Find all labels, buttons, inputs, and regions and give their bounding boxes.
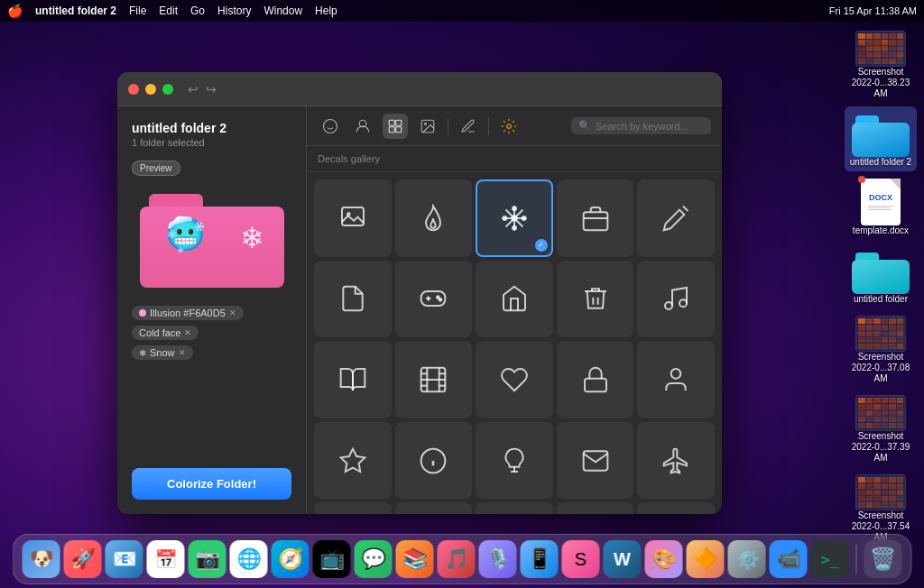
dock-safari[interactable]: 🧭 xyxy=(272,540,310,578)
icon-document[interactable] xyxy=(314,261,392,338)
fullscreen-button[interactable] xyxy=(162,84,173,95)
folder-info: untitled folder 2 1 folder selected xyxy=(132,121,291,148)
desktop-icon-screenshot2[interactable]: Screenshot2022-0...37.08 AM xyxy=(845,312,917,388)
toolbar-decals-tab[interactable] xyxy=(383,114,408,139)
tag-illusion-pill[interactable]: Illusion #F6A0D5 ✕ xyxy=(132,306,244,320)
icon-pencil[interactable] xyxy=(637,179,715,257)
desktop-icon-screenshot1[interactable]: Screenshot2022-0...38.23 AM xyxy=(845,27,917,103)
desktop-icon-untitled-folder[interactable]: untitled folder xyxy=(845,243,917,308)
minimize-button[interactable] xyxy=(145,84,156,95)
icon-book[interactable] xyxy=(314,341,392,418)
titlebar-nav: ↩ ↪ xyxy=(188,82,217,96)
search-box: 🔍 xyxy=(571,117,711,134)
system-prefs-icon: ⚙️ xyxy=(735,547,759,571)
tag-cold-face-remove[interactable]: ✕ xyxy=(184,328,191,337)
icon-play-pause[interactable] xyxy=(314,502,392,514)
icon-fire[interactable] xyxy=(395,179,473,257)
desktop-icon-template-docx[interactable]: DOCX template.docx xyxy=(845,175,917,240)
untitled-folder-2-label: untitled folder 2 xyxy=(850,157,911,168)
dock-setapp[interactable]: S xyxy=(562,540,600,578)
icon-info[interactable] xyxy=(395,422,473,500)
svg-point-31 xyxy=(679,300,687,308)
dock-calendar[interactable]: 📅 xyxy=(147,540,185,578)
icon-briefcase[interactable] xyxy=(557,179,634,257)
icon-smiley[interactable] xyxy=(395,502,473,514)
close-button[interactable] xyxy=(128,84,139,95)
dock-chrome[interactable]: 🌐 xyxy=(230,540,268,578)
back-button[interactable]: ↩ xyxy=(188,82,199,96)
dock-zoom[interactable]: 📹 xyxy=(770,540,808,578)
dock-facetime[interactable]: 📷 xyxy=(189,540,226,578)
dock-terminal[interactable]: >_ xyxy=(811,540,849,578)
icon-airplane[interactable] xyxy=(637,422,715,500)
tag-snow: ❄ Snow ✕ xyxy=(132,345,291,360)
dock-vlc[interactable]: 🔶 xyxy=(687,540,725,578)
toolbar-pencil-tab[interactable] xyxy=(456,114,481,139)
apple-menu[interactable]: 🍎 xyxy=(7,4,23,18)
icon-person[interactable] xyxy=(637,341,715,418)
toolbar-settings-tab[interactable] xyxy=(496,114,522,139)
books-icon: 📚 xyxy=(402,547,427,571)
icon-music-note[interactable] xyxy=(637,261,715,338)
menu-help[interactable]: Help xyxy=(315,5,337,17)
dock-launchpad[interactable]: 🚀 xyxy=(64,540,102,578)
toolbar-faces-tab[interactable] xyxy=(350,114,375,139)
toolbar-emoji-tab[interactable] xyxy=(318,114,343,139)
dock-separator xyxy=(856,545,857,574)
tag-cold-face-pill[interactable]: Cold face ✕ xyxy=(132,326,199,340)
icon-trash[interactable] xyxy=(557,261,634,338)
desktop-icon-screenshot3[interactable]: Screenshot2022-0...37.39 AM xyxy=(845,391,917,467)
tag-illusion-remove[interactable]: ✕ xyxy=(229,308,236,317)
forward-button[interactable]: ↪ xyxy=(206,82,217,96)
icon-star[interactable] xyxy=(314,422,392,500)
launchpad-icon: 🚀 xyxy=(70,547,95,571)
dock-messages[interactable]: 💬 xyxy=(355,540,393,578)
tag-snow-remove[interactable]: ✕ xyxy=(179,348,186,357)
dock-trash[interactable]: 🗑️ xyxy=(864,540,902,578)
dock-folder-colorizer[interactable]: 🎨 xyxy=(645,540,683,578)
icon-house[interactable] xyxy=(476,261,553,338)
icon-snowflake[interactable]: ✓ xyxy=(476,179,553,257)
app-window: ↩ ↪ untitled folder 2 1 folder selected … xyxy=(117,72,722,514)
menu-history[interactable]: History xyxy=(217,5,251,17)
dock-mail[interactable]: 📧 xyxy=(106,540,143,578)
icon-landscape[interactable] xyxy=(314,179,392,257)
tag-snow-pill[interactable]: ❄ Snow ✕ xyxy=(132,345,193,360)
dock-system-prefs[interactable]: ⚙️ xyxy=(728,540,766,578)
docx-red-dot xyxy=(858,176,865,183)
icon-bug[interactable] xyxy=(557,502,634,514)
icon-lightbulb[interactable] xyxy=(476,422,553,500)
music-icon: 🎵 xyxy=(444,547,468,571)
zoom-icon: 📹 xyxy=(776,547,800,571)
dock-music[interactable]: 🎵 xyxy=(438,540,476,578)
tag-cold-face-label: Cold face xyxy=(139,327,180,338)
desktop-icon-untitled-folder-2[interactable]: untitled folder 2 xyxy=(845,106,917,171)
menu-edit[interactable]: Edit xyxy=(159,5,178,17)
colorize-button[interactable]: Colorize Folder! xyxy=(132,468,291,500)
icon-text-arc[interactable]: A3B xyxy=(476,502,553,514)
menu-file[interactable]: File xyxy=(129,5,146,17)
menu-go[interactable]: Go xyxy=(190,5,205,17)
search-input[interactable] xyxy=(596,121,704,132)
appstore-icon: 📱 xyxy=(527,547,551,571)
icon-gamepad[interactable] xyxy=(395,261,473,338)
dock-podcasts[interactable]: 🎙️ xyxy=(479,540,517,578)
icon-car[interactable] xyxy=(637,502,715,514)
podcasts-icon: 🎙️ xyxy=(485,547,510,571)
dock-appletv[interactable]: 📺 xyxy=(313,540,351,578)
dock-appstore[interactable]: 📱 xyxy=(521,540,559,578)
icon-film[interactable] xyxy=(395,341,473,418)
screenshot1-thumb xyxy=(855,31,906,67)
dock-finder[interactable]: 🐶 xyxy=(23,540,60,578)
menubar: 🍎 untitled folder 2 File Edit Go History… xyxy=(0,0,924,22)
icon-heart[interactable] xyxy=(476,341,553,418)
tag-cold-face: Cold face ✕ xyxy=(132,326,291,340)
svg-rect-11 xyxy=(342,207,364,225)
icon-envelope[interactable] xyxy=(557,422,634,500)
toolbar-photos-tab[interactable] xyxy=(415,114,440,139)
icon-lock[interactable] xyxy=(557,341,634,418)
dock-word[interactable]: W xyxy=(604,540,642,578)
menu-window[interactable]: Window xyxy=(263,5,302,17)
tag-illusion-label: Illusion #F6A0D5 xyxy=(150,308,226,318)
dock-books[interactable]: 📚 xyxy=(396,540,434,578)
